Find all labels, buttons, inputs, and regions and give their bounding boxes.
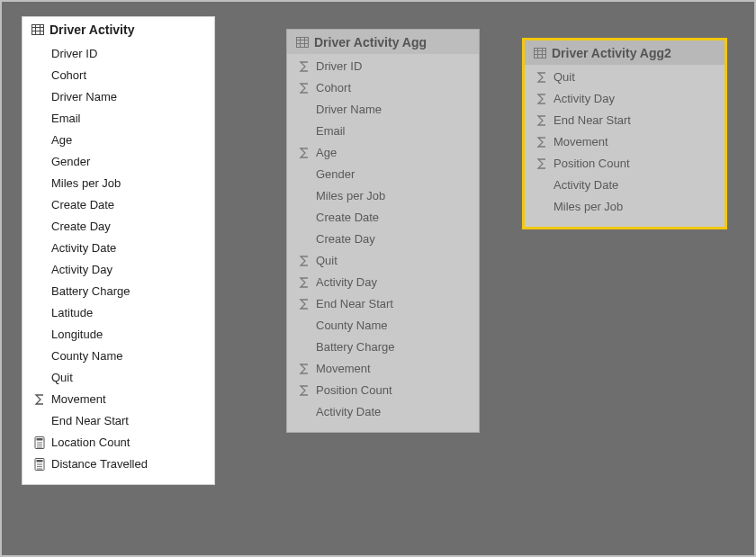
- svg-point-10: [37, 445, 39, 446]
- field-row[interactable]: Gender: [26, 151, 211, 173]
- field-label: Activity Day: [312, 274, 377, 292]
- field-label: Driver Name: [48, 88, 117, 106]
- svg-point-7: [37, 442, 39, 444]
- field-row[interactable]: Activity Day: [26, 259, 211, 281]
- field-label: Activity Date: [550, 176, 618, 194]
- field-row[interactable]: Movement: [528, 131, 721, 153]
- calculator-icon: [32, 458, 48, 471]
- table-icon: [532, 48, 548, 58]
- field-row[interactable]: Quit: [291, 250, 475, 272]
- field-row[interactable]: Location Count: [26, 432, 211, 454]
- sigma-icon: [534, 115, 550, 126]
- field-row[interactable]: Driver ID: [291, 56, 475, 77]
- field-row[interactable]: Activity Date: [528, 175, 721, 196]
- field-label: Position Count: [312, 382, 392, 400]
- table-icon: [30, 24, 46, 35]
- field-row[interactable]: Create Day: [26, 216, 211, 238]
- field-row[interactable]: Create Day: [291, 229, 475, 250]
- field-row[interactable]: County Name: [26, 346, 211, 367]
- field-label: Driver Name: [312, 101, 382, 119]
- field-row[interactable]: Cohort: [291, 77, 475, 99]
- field-row[interactable]: Longitude: [26, 324, 211, 346]
- field-label: Miles per Job: [550, 198, 623, 216]
- field-row[interactable]: End Near Start: [26, 410, 211, 432]
- field-row[interactable]: Activity Date: [291, 401, 475, 423]
- field-row[interactable]: Driver Name: [26, 86, 211, 108]
- field-row[interactable]: Quit: [26, 367, 211, 389]
- field-label: Quit: [550, 68, 575, 86]
- field-list: QuitActivity DayEnd Near StartMovementPo…: [525, 65, 724, 227]
- field-label: County Name: [48, 347, 122, 365]
- field-row[interactable]: Miles per Job: [291, 185, 475, 207]
- field-row[interactable]: Position Count: [291, 380, 475, 401]
- field-row[interactable]: Quit: [528, 67, 721, 88]
- field-row[interactable]: Latitude: [26, 302, 211, 324]
- table-header[interactable]: Driver Activity Agg2: [525, 40, 724, 65]
- field-label: Activity Day: [550, 90, 615, 108]
- sigma-icon: [296, 299, 312, 310]
- field-row[interactable]: Age: [26, 130, 211, 151]
- field-row[interactable]: Battery Charge: [26, 281, 211, 302]
- field-label: Driver ID: [312, 58, 362, 76]
- field-row[interactable]: Activity Day: [291, 272, 475, 293]
- sigma-icon: [296, 256, 312, 266]
- field-row[interactable]: End Near Start: [291, 293, 475, 315]
- field-row[interactable]: County Name: [291, 315, 475, 337]
- calculator-icon: [32, 436, 48, 449]
- table-card-driver-activity-agg[interactable]: Driver Activity AggDriver IDCohortDriver…: [286, 29, 480, 433]
- field-label: Driver ID: [48, 45, 97, 63]
- field-row[interactable]: Activity Day: [528, 88, 721, 110]
- field-row[interactable]: Position Count: [528, 153, 721, 175]
- field-label: End Near Start: [550, 112, 631, 130]
- field-row[interactable]: Age: [291, 142, 475, 164]
- sigma-icon: [534, 94, 550, 104]
- field-label: Movement: [550, 133, 608, 151]
- svg-point-18: [37, 463, 39, 465]
- field-row[interactable]: Cohort: [26, 65, 211, 86]
- field-label: Position Count: [550, 155, 630, 173]
- svg-point-9: [40, 442, 42, 444]
- svg-rect-0: [32, 25, 44, 35]
- field-row[interactable]: Miles per Job: [528, 196, 721, 218]
- field-row[interactable]: Driver Name: [291, 99, 475, 121]
- table-header[interactable]: Driver Activity: [22, 17, 214, 41]
- field-row[interactable]: Movement: [291, 358, 475, 380]
- svg-rect-6: [37, 438, 43, 441]
- field-row[interactable]: Distance Travelled: [26, 454, 211, 475]
- field-row[interactable]: Movement: [26, 389, 211, 410]
- field-label: Longitude: [48, 326, 103, 344]
- field-row[interactable]: Activity Date: [26, 238, 211, 259]
- sigma-icon: [296, 385, 312, 396]
- field-label: Create Day: [312, 230, 375, 248]
- field-row[interactable]: End Near Start: [528, 110, 721, 131]
- sigma-icon: [32, 394, 48, 405]
- field-label: Create Date: [48, 196, 114, 214]
- field-row[interactable]: Email: [26, 108, 211, 130]
- field-label: Miles per Job: [48, 175, 121, 193]
- field-label: Quit: [48, 369, 73, 387]
- field-row[interactable]: Battery Charge: [291, 337, 475, 358]
- field-label: Cohort: [48, 67, 86, 85]
- field-label: Activity Date: [312, 403, 381, 421]
- field-label: Activity Date: [48, 239, 116, 257]
- field-row[interactable]: Miles per Job: [26, 173, 211, 194]
- svg-point-8: [39, 442, 40, 444]
- svg-point-20: [40, 463, 42, 465]
- field-label: End Near Start: [48, 412, 129, 430]
- field-row[interactable]: Create Date: [26, 194, 211, 216]
- field-row[interactable]: Driver ID: [26, 43, 211, 65]
- field-label: Latitude: [48, 304, 93, 322]
- sigma-icon: [296, 61, 312, 72]
- field-row[interactable]: Email: [291, 121, 475, 142]
- table-card-driver-activity[interactable]: Driver ActivityDriver IDCohortDriver Nam…: [22, 16, 215, 485]
- field-label: Gender: [48, 153, 90, 171]
- field-label: Gender: [312, 166, 355, 184]
- svg-point-11: [39, 445, 40, 446]
- svg-point-22: [39, 466, 40, 468]
- table-header[interactable]: Driver Activity Agg: [287, 30, 479, 54]
- sigma-icon: [296, 148, 312, 158]
- svg-point-14: [39, 446, 40, 448]
- field-row[interactable]: Gender: [291, 164, 475, 185]
- field-row[interactable]: Create Date: [291, 207, 475, 229]
- table-card-driver-activity-agg2[interactable]: Driver Activity Agg2QuitActivity DayEnd …: [522, 38, 727, 229]
